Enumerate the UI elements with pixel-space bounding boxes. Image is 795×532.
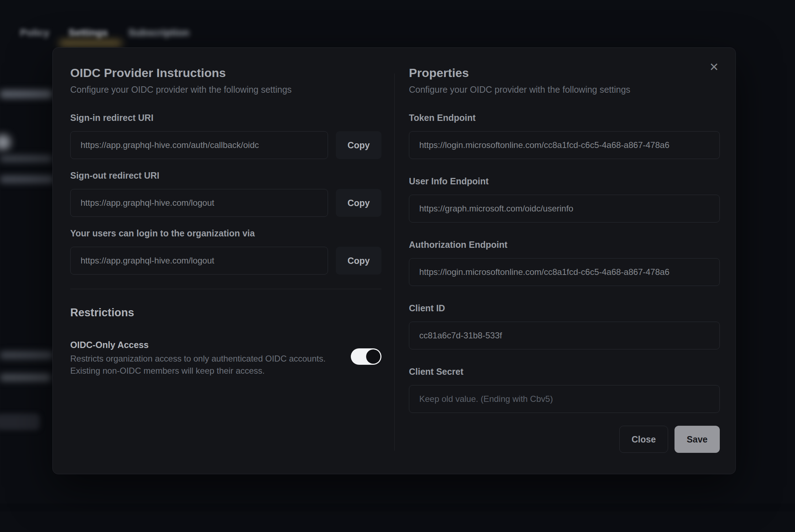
sign-in-redirect-uri-label: Sign-in redirect URI: [70, 112, 381, 123]
client-id-label: Client ID: [409, 302, 720, 314]
field-row: [409, 195, 720, 222]
blurred-button: [0, 414, 40, 430]
close-button[interactable]: Close: [619, 426, 668, 453]
authorization-endpoint-input[interactable]: [409, 258, 720, 286]
description-line: Existing non-OIDC members will keep thei…: [70, 365, 351, 377]
blurred-text-fragment: [0, 90, 52, 98]
oidc-settings-modal: ✕ OIDC Provider Instructions Configure y…: [52, 47, 736, 474]
copy-button[interactable]: Copy: [336, 189, 381, 217]
dialog-actions: Close Save: [409, 426, 720, 453]
blurred-text-fragment: [0, 175, 53, 183]
client-id-input[interactable]: [409, 322, 720, 349]
field-row: Copy: [70, 247, 381, 275]
token-endpoint-label: Token Endpoint: [409, 112, 720, 123]
background-footer-band: [0, 503, 795, 511]
oidc-only-access-toggle[interactable]: [351, 348, 381, 365]
blurred-text-fragment: [0, 155, 52, 162]
properties-section: Properties Configure your OIDC provider …: [409, 65, 720, 453]
restrictions-heading: Restrictions: [70, 306, 381, 320]
sign-out-redirect-uri-input[interactable]: [70, 189, 328, 217]
field-row: [409, 131, 720, 159]
section-title: Properties: [409, 65, 720, 81]
section-title: OIDC Provider Instructions: [70, 65, 381, 81]
field-row: Copy: [70, 189, 381, 217]
blurred-dot: [0, 134, 11, 150]
blurred-text-fragment: [0, 351, 53, 359]
column-divider: [394, 73, 395, 451]
field-row: [409, 385, 720, 413]
authorization-endpoint-label: Authorization Endpoint: [409, 239, 720, 250]
description-line: Restricts organization access to only au…: [70, 353, 351, 365]
login-url-input[interactable]: [70, 247, 328, 275]
tab-subscription: Subscription: [128, 27, 189, 39]
token-endpoint-input[interactable]: [409, 131, 720, 159]
oidc-provider-instructions-section: OIDC Provider Instructions Configure you…: [70, 65, 381, 377]
sign-out-redirect-uri-label: Sign-out redirect URI: [70, 170, 381, 181]
oidc-only-access-description: Restricts organization access to only au…: [70, 353, 351, 377]
save-button[interactable]: Save: [675, 426, 720, 453]
section-subtitle: Configure your OIDC provider with the fo…: [409, 83, 720, 96]
user-info-endpoint-input[interactable]: [409, 195, 720, 222]
client-secret-label: Client Secret: [409, 366, 720, 377]
oidc-only-access-row: OIDC-Only Access Restricts organization …: [70, 339, 381, 377]
section-divider: [70, 289, 381, 289]
copy-button[interactable]: Copy: [336, 247, 381, 275]
sign-in-redirect-uri-input[interactable]: [70, 131, 328, 159]
field-row: [409, 322, 720, 349]
tab-settings: Settings: [68, 27, 108, 39]
section-subtitle: Configure your OIDC provider with the fo…: [70, 83, 381, 96]
blurred-text-fragment: [0, 374, 51, 382]
oidc-only-access-label: OIDC-Only Access: [70, 339, 351, 351]
user-info-endpoint-label: User Info Endpoint: [409, 175, 720, 187]
field-row: Copy: [70, 131, 381, 159]
toggle-knob: [366, 349, 380, 364]
oidc-only-access-text: OIDC-Only Access Restricts organization …: [70, 339, 351, 377]
client-secret-input[interactable]: [409, 385, 720, 413]
active-tab-underline: [59, 41, 122, 46]
field-row: [409, 258, 720, 286]
tab-policy: Policy: [20, 27, 49, 39]
copy-button[interactable]: Copy: [336, 131, 381, 159]
login-url-label: Your users can login to the organization…: [70, 227, 381, 239]
